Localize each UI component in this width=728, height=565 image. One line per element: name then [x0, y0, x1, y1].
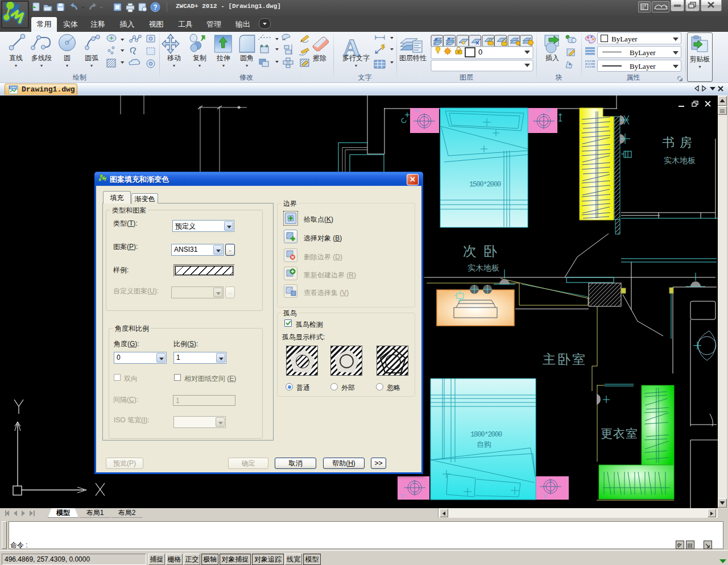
svg-text:实木地板: 实木地板 [664, 156, 696, 165]
svg-text:主卧室: 主卧室 [543, 352, 587, 367]
svg-text:?: ? [154, 3, 158, 11]
svg-text:自购: 自购 [477, 440, 491, 448]
svg-text:书房: 书房 [662, 135, 697, 149]
svg-text:实木地板: 实木地板 [468, 263, 499, 272]
svg-text:1800*2000: 1800*2000 [470, 431, 502, 439]
svg-text:次卧: 次卧 [463, 243, 504, 259]
svg-text:1500*2000: 1500*2000 [469, 181, 501, 189]
svg-text:0: 0 [478, 48, 482, 56]
svg-text:更衣室: 更衣室 [601, 427, 638, 440]
